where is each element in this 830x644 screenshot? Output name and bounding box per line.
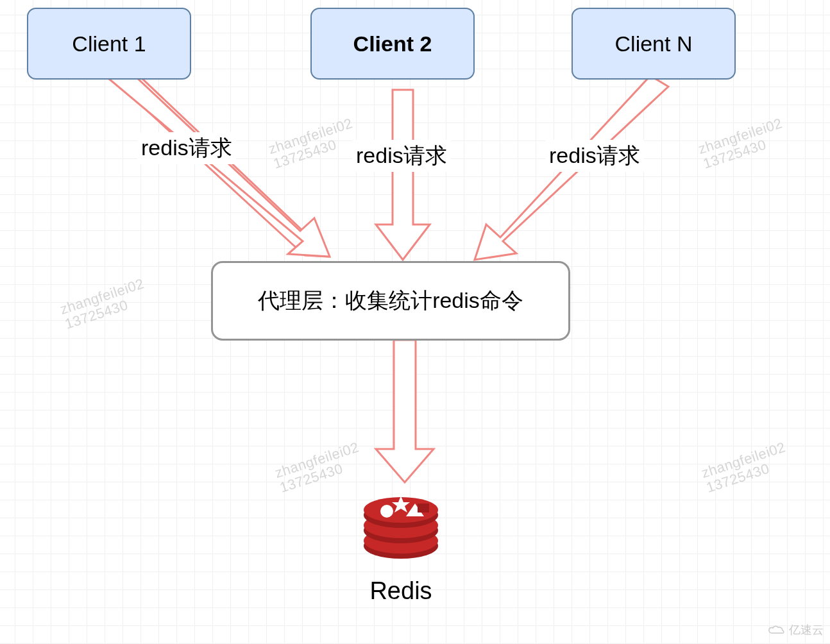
watermark: zhangfeilei0213725430 — [700, 439, 792, 496]
edge-label-c2: redis请求 — [352, 140, 451, 172]
node-client-1: Client 1 — [27, 8, 191, 80]
arrow-proxy-redis — [376, 340, 434, 482]
node-label: Client 1 — [72, 31, 146, 56]
arrow-c2-proxy — [376, 90, 430, 260]
watermark: zhangfeilei0213725430 — [58, 276, 151, 332]
watermark: zhangfeilei0213725430 — [267, 115, 359, 172]
edge-label-c1: redis请求 — [137, 132, 236, 164]
node-client-n: Client N — [572, 8, 736, 80]
node-proxy: 代理层：收集统计redis命令 — [211, 261, 570, 341]
redis-icon — [356, 484, 446, 561]
redis-label: Redis — [369, 577, 433, 605]
edge-label-cN: redis请求 — [545, 140, 644, 172]
node-client-2: Client 2 — [310, 8, 475, 80]
cloud-icon — [767, 624, 785, 636]
svg-point-8 — [380, 505, 393, 518]
watermark: zhangfeilei0213725430 — [697, 115, 789, 172]
svg-rect-11 — [418, 504, 429, 513]
node-label: Client N — [615, 31, 693, 56]
site-logo: 亿速云 — [767, 622, 824, 638]
node-label: 代理层：收集统计redis命令 — [258, 286, 523, 316]
diagram-canvas: zhangfeilei0213725430 zhangfeilei0213725… — [0, 0, 830, 644]
node-label: Client 2 — [353, 31, 432, 56]
watermark: zhangfeilei0213725430 — [273, 439, 366, 496]
